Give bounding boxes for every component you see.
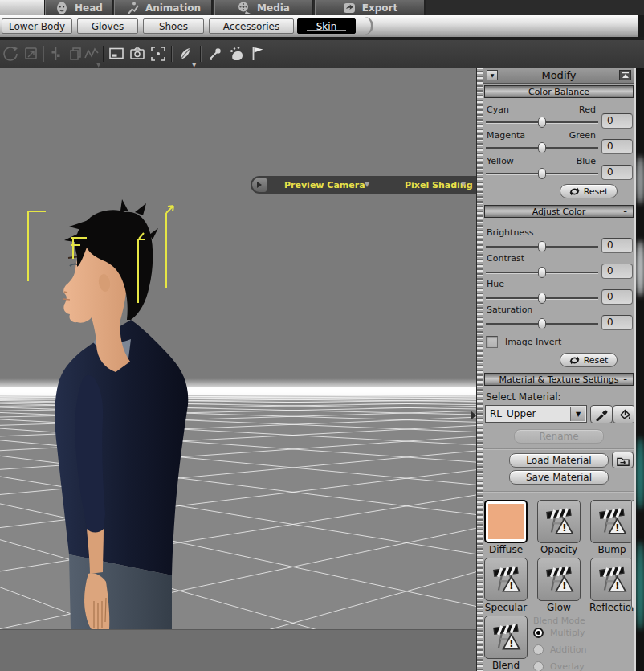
tab-label: Export — [362, 2, 397, 14]
blend-mode-overlay[interactable]: Overlay — [533, 661, 585, 671]
viewport-3d[interactable]: Preview Camera ▼ Pixel Shading ▼ — [0, 68, 476, 629]
load-material-button[interactable]: Load Material — [509, 453, 609, 468]
svg-text:!: ! — [509, 637, 514, 649]
slider-left-label: Cyan — [487, 104, 509, 115]
yellow-blue-slider[interactable] — [486, 168, 598, 179]
tab-label: Lower Body — [9, 21, 65, 32]
pin-icon[interactable] — [206, 44, 225, 63]
cyan-red-value[interactable]: 0 — [601, 113, 633, 129]
panel-menu-button[interactable]: ▼ — [487, 70, 498, 80]
tab-gloves[interactable]: Gloves — [77, 18, 138, 34]
panel-expand-arrow[interactable] — [471, 411, 476, 420]
collapse-minus-icon[interactable]: - — [623, 85, 627, 97]
section-header-material[interactable]: Material & Texture Settings - — [484, 373, 634, 386]
panel-title: Modify — [483, 68, 634, 83]
slider-thumb[interactable] — [538, 318, 546, 329]
tab-lower-body[interactable]: Lower Body — [2, 18, 72, 34]
tab-skin[interactable]: Skin — [297, 18, 356, 34]
slider-thumb[interactable] — [538, 241, 546, 252]
curve-editor-icon[interactable]: ▼ — [82, 44, 101, 63]
slider-thumb[interactable] — [538, 168, 546, 179]
camera-preview-icon[interactable] — [128, 44, 147, 63]
magenta-green-value[interactable]: 0 — [601, 139, 633, 154]
yellow-blue-value[interactable]: 0 — [601, 165, 633, 180]
diffuse-channel-tile[interactable] — [484, 500, 528, 543]
blend-mode-addition[interactable]: Addition — [533, 644, 586, 655]
hue-slider[interactable] — [486, 293, 598, 304]
svg-text:!: ! — [562, 522, 567, 534]
brightness-slider[interactable] — [486, 241, 598, 252]
cyan-red-slider[interactable] — [486, 117, 598, 128]
saturation-value[interactable]: 0 — [601, 315, 633, 330]
saturation-slider[interactable] — [486, 318, 598, 329]
brightness-value[interactable]: 0 — [601, 238, 633, 253]
adjust-color-reset-button[interactable]: Reset — [560, 353, 618, 367]
svg-text:!: ! — [509, 579, 514, 591]
select-material-label: Select Material: — [486, 391, 561, 403]
edge-glare — [636, 437, 644, 509]
collapse-minus-icon[interactable]: - — [623, 373, 627, 385]
section-header-adjust-color[interactable]: Adjust Color - — [484, 205, 634, 218]
tab-media[interactable]: Media — [214, 0, 313, 15]
slider-thumb[interactable] — [538, 293, 546, 304]
no-texture-barrier-icon: ! — [490, 624, 522, 651]
specular-channel-tile[interactable]: ! — [484, 558, 528, 601]
panel-grip-handle[interactable] — [477, 68, 483, 671]
apply-material-button[interactable] — [613, 405, 634, 423]
save-material-button[interactable]: Save Material — [509, 470, 609, 485]
panel-rollup-button[interactable] — [619, 70, 631, 80]
pick-material-button[interactable] — [590, 405, 613, 423]
glow-channel-tile[interactable]: ! — [537, 558, 581, 601]
fit-view-icon[interactable] — [149, 44, 168, 63]
dropdown-button[interactable]: ▼ — [570, 407, 585, 421]
magenta-green-slider[interactable] — [486, 142, 598, 153]
feather-brush-icon[interactable]: ▼ — [176, 44, 195, 63]
reflection-channel-tile[interactable]: ! — [590, 558, 634, 601]
orbit-icon[interactable] — [1, 44, 20, 63]
section-title: Color Balance — [528, 87, 589, 97]
tab-accessories[interactable]: Accessories — [209, 18, 294, 34]
slider-thumb[interactable] — [538, 142, 546, 153]
bump-channel-tile[interactable]: ! — [590, 500, 634, 543]
toolbar-separator — [103, 46, 104, 62]
slider-thumb[interactable] — [538, 117, 546, 128]
tab-export[interactable]: Export — [315, 0, 426, 15]
preview-window-icon[interactable] — [107, 44, 126, 63]
folder-open-icon — [616, 454, 630, 467]
paint-bucket-icon — [617, 407, 632, 422]
section-header-color-balance[interactable]: Color Balance - — [484, 85, 634, 98]
chevron-down-icon[interactable]: ▼ — [461, 181, 466, 188]
contrast-slider[interactable] — [486, 267, 598, 278]
tab-head[interactable]: Head — [45, 0, 113, 15]
edge-glare — [636, 156, 644, 204]
contrast-value[interactable]: 0 — [601, 264, 633, 279]
transform-icon[interactable] — [47, 44, 66, 63]
blend-mode-multiply[interactable]: Multiply — [533, 628, 585, 638]
no-texture-barrier-icon: ! — [596, 566, 628, 593]
tab-shoes[interactable]: Shoes — [143, 18, 204, 34]
export-icon — [342, 1, 357, 15]
hue-value[interactable]: 0 — [601, 289, 633, 305]
chevron-down-icon: ▼ — [576, 411, 581, 418]
opacity-channel-tile[interactable]: ! — [537, 500, 581, 543]
material-dropdown[interactable]: RL_Upper ▼ — [485, 405, 587, 423]
resize-icon[interactable] — [22, 44, 41, 63]
radio-selected-icon — [533, 628, 544, 638]
tab-animation[interactable]: Animation — [114, 0, 213, 15]
blend-channel-tile[interactable]: ! — [484, 616, 528, 659]
chevron-down-icon[interactable]: ▼ — [365, 181, 369, 188]
paint-splash-icon[interactable] — [226, 44, 246, 63]
image-invert-checkbox[interactable] — [486, 336, 498, 348]
channel-label: Opacity — [536, 544, 581, 555]
eyedropper-icon — [594, 407, 609, 422]
camera-selector[interactable]: Preview Camera — [284, 180, 365, 190]
divider — [483, 491, 634, 493]
rename-button[interactable]: Rename — [514, 429, 604, 444]
color-balance-reset-button[interactable]: Reset — [560, 184, 618, 198]
slider-thumb[interactable] — [538, 267, 546, 278]
collapse-minus-icon[interactable]: - — [623, 205, 627, 217]
radio-label: Multiply — [550, 628, 585, 638]
flag-icon[interactable] — [248, 44, 267, 63]
viewport-bar-collapse-button[interactable] — [252, 178, 267, 192]
browse-material-button[interactable] — [612, 452, 634, 468]
